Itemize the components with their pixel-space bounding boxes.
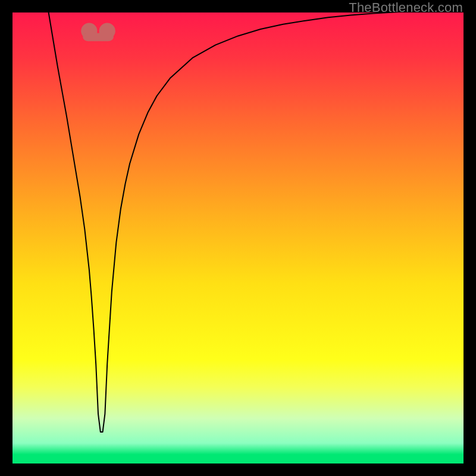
chart-frame: TheBottleneck.com [0,0,476,476]
chart-plot [12,12,464,464]
watermark-text: TheBottleneck.com [349,0,463,15]
svg-rect-2 [83,33,114,41]
heat-gradient-background [12,12,464,464]
